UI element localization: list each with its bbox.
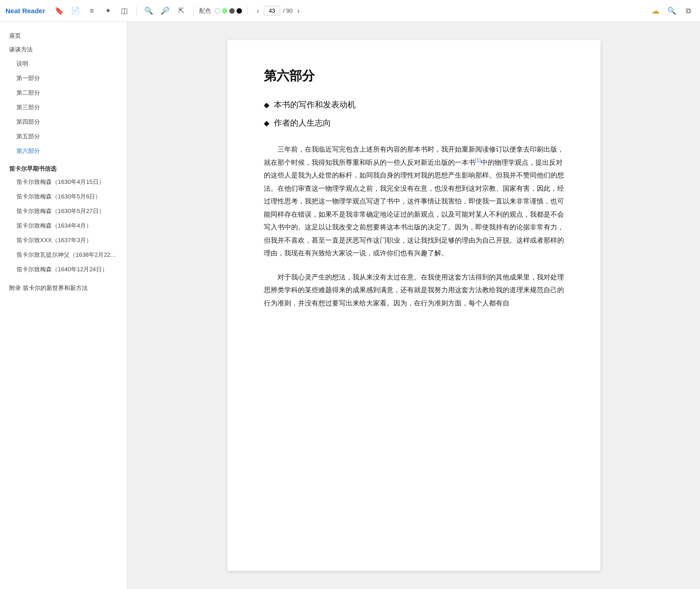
color-dot-dark[interactable] <box>229 8 235 14</box>
sidebar-letter-3[interactable]: 笛卡尔致梅森（1634年4月） <box>0 218 127 233</box>
paragraph-1: 对于我心灵产生的想法，我从来没有太过在意。在我使用这套方法得到的其他成果里，我对… <box>264 271 564 310</box>
bullet-text-0: 本书的写作和发表动机 <box>274 99 356 110</box>
sidebar-letter-1[interactable]: 笛卡尔致梅森（1630年5月6日） <box>0 189 127 204</box>
bullet-item-0: ◆ 本书的写作和发表动机 <box>264 99 564 110</box>
sidebar-item-shuoming[interactable]: 说明 <box>0 56 127 71</box>
divider-2 <box>193 6 194 15</box>
bullet-text-1: 作者的人生志向 <box>274 117 331 128</box>
page-total: / 90 <box>283 7 293 14</box>
grid-icon[interactable]: ✦ <box>102 5 115 17</box>
sidebar-appendix[interactable]: 附录 笛卡尔的新世界和新方法 <box>0 281 127 295</box>
zoom-out-icon[interactable]: 🔍 <box>142 5 155 17</box>
color-dot-light-green[interactable] <box>222 8 227 14</box>
fit-page-icon[interactable]: ⇱ <box>175 5 188 17</box>
menu-icon[interactable]: ≡ <box>86 5 98 17</box>
page-number-input[interactable] <box>264 6 280 15</box>
sidebar-item-part6[interactable]: 第六部分 <box>0 144 127 158</box>
bullet-item-1: ◆ 作者的人生志向 <box>264 117 564 128</box>
para1-text: 对于我心灵产生的想法，我从来没有太过在意。在我使用这套方法得到的其他成果里，我对… <box>264 273 564 307</box>
bookmark-icon[interactable]: 🔖 <box>53 5 65 17</box>
sidebar-item-part3[interactable]: 第三部分 <box>0 100 127 115</box>
sidebar-letter-4[interactable]: 笛卡尔致XXX（1637年3月） <box>0 233 127 248</box>
divider-3 <box>247 6 248 15</box>
color-dot-white[interactable] <box>215 8 220 14</box>
sidebar-item-part2[interactable]: 第二部分 <box>0 86 127 100</box>
color-dots <box>215 8 242 14</box>
sidebar-home[interactable]: 扉页 <box>0 29 127 43</box>
content-area[interactable]: 第六部分 ◆ 本书的写作和发表动机 ◆ 作者的人生志向 三年前，在我临近写完包含… <box>127 22 700 589</box>
page-content: 第六部分 ◆ 本书的写作和发表动机 ◆ 作者的人生志向 三年前，在我临近写完包含… <box>227 40 600 571</box>
bullet-diamond-0: ◆ <box>264 101 269 109</box>
color-label: 配色 <box>199 7 211 15</box>
main-layout: 扉页 谈谈方法 说明 第一部分 第二部分 第三部分 第四部分 第五部分 第六部分… <box>0 22 700 589</box>
sidebar-item-part1[interactable]: 第一部分 <box>0 71 127 86</box>
paragraph-0: 三年前，在我临近写完包含上述所有内容的那本书时，我开始重新阅读修订以便拿去印刷出… <box>264 143 564 260</box>
cloud-icon[interactable]: ☁ <box>649 5 662 17</box>
footnote-1: [1] <box>475 157 481 163</box>
sidebar-letters-group: 笛卡尔早期书信选 <box>0 161 127 175</box>
color-dot-black[interactable] <box>237 8 242 14</box>
chapter-title: 第六部分 <box>264 67 564 85</box>
prev-page-button[interactable]: ‹ <box>255 6 261 16</box>
para0-text-after: 中的物理学观点，提出反对的这些人是我为人处世的标杆，如同我自身的理性对我的思想产… <box>264 158 564 257</box>
sidebar-letter-0[interactable]: 笛卡尔致梅森（1630年4月15日） <box>0 175 127 189</box>
sidebar-book-title[interactable]: 谈谈方法 <box>0 43 127 56</box>
next-page-button[interactable]: › <box>296 6 302 16</box>
toolbar: Neat Reader 🔖 📄 ≡ ✦ ◫ 🔍 🔎 ⇱ 配色 ‹ / 90 › … <box>0 0 700 22</box>
fullscreen-icon[interactable]: ⧉ <box>682 5 695 17</box>
layout-icon[interactable]: ◫ <box>118 5 131 17</box>
search-icon[interactable]: 🔍 <box>665 5 678 17</box>
sidebar-letter-6[interactable]: 笛卡尔致梅森（1640年12月24日） <box>0 262 127 277</box>
zoom-in-icon[interactable]: 🔎 <box>159 5 171 17</box>
bullet-diamond-1: ◆ <box>264 119 269 127</box>
sidebar-letter-5[interactable]: 笛卡尔致瓦提尔神父（1638年2月22日） <box>0 248 127 262</box>
file-icon[interactable]: 📄 <box>69 5 82 17</box>
app-title: Neat Reader <box>5 7 45 15</box>
page-nav: ‹ / 90 › <box>255 6 302 16</box>
divider-1 <box>136 6 137 15</box>
sidebar-item-part5[interactable]: 第五部分 <box>0 129 127 144</box>
sidebar: 扉页 谈谈方法 说明 第一部分 第二部分 第三部分 第四部分 第五部分 第六部分… <box>0 22 127 589</box>
toolbar-right: ☁ 🔍 ⧉ <box>649 5 695 17</box>
sidebar-letter-2[interactable]: 笛卡尔致梅森（1630年5月27日） <box>0 204 127 218</box>
sidebar-item-part4[interactable]: 第四部分 <box>0 115 127 129</box>
